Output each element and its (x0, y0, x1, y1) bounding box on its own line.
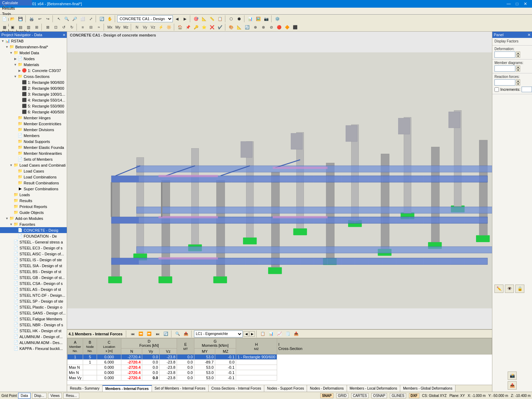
undo-btn[interactable]: ↩ (36, 15, 43, 23)
nav-prev-btn[interactable]: ◀ (173, 15, 181, 23)
zoom-in-btn[interactable]: 🔍 (63, 15, 71, 23)
snap-osnap[interactable]: OSNAP (371, 393, 387, 398)
tree-item-steelcsa[interactable]: 📄STEEL CSA - Design of s (0, 280, 67, 286)
tb2-10[interactable]: ≡ (79, 23, 87, 31)
snap-glines[interactable]: GLINES (390, 393, 406, 398)
deformation-input[interactable] (494, 51, 515, 58)
tree-item-memberelastic[interactable]: 📁Member Elastic Founda (0, 144, 67, 150)
table-row[interactable]: 150.000-2720.40.0-23.80.053.0-0.11 - Rec… (67, 354, 492, 360)
tb2-9[interactable]: ↻ (68, 23, 75, 31)
tab-6[interactable]: Members - Local Deformations (347, 385, 401, 392)
nav-next-btn[interactable]: ▶ (181, 15, 189, 23)
tree-item-steelnbr[interactable]: 📄STEEL NBR - Design of s (0, 322, 67, 328)
tree-item-loads[interactable]: 📁Loads (0, 192, 67, 198)
tree-item-addonmodules[interactable]: ▼📁Add-on Modules (0, 215, 67, 221)
tb2-12[interactable]: ≈ (95, 23, 103, 31)
tree-item-concretedesign[interactable]: 📄CONCRETE - Desig (0, 227, 67, 233)
tree-item-steelgeneral[interactable]: 📄STEEL - General stress a (0, 239, 67, 245)
tb2-29[interactable]: 🔄 (243, 23, 251, 31)
snap-dxf[interactable]: DXF (409, 393, 419, 398)
menu-item-calculate[interactable]: Calculate (0, 0, 32, 6)
tb2-27[interactable]: 🎨 (227, 23, 235, 31)
snap-grid[interactable]: GRID (336, 393, 348, 398)
tree-item-rect6[interactable]: ⬛6: Rectangle 400/500 (0, 109, 67, 115)
tree-item-steelhk[interactable]: 📄STEEL HK - Design of st (0, 328, 67, 334)
tree-item-memberhinges[interactable]: 📁Member Hinges (0, 115, 67, 121)
table-row[interactable]: Max Vy0.000-2720.40.0-23.80.053.0-0.1 (67, 375, 492, 381)
tree-item-steelsp[interactable]: 📄STEEL SP - Design of ste (0, 298, 67, 304)
table-icon1[interactable]: 📋 (259, 330, 267, 338)
redo-btn[interactable]: ↪ (44, 15, 51, 23)
panel-lock-btn[interactable]: 🔒 (515, 285, 524, 293)
save-btn[interactable]: 💾 (17, 15, 24, 23)
table-row[interactable]: 16.000-2720.40.0-23.80.0-89.70.0 (67, 360, 492, 365)
tb2-18[interactable]: Vz (149, 23, 157, 31)
deformation-spin-down[interactable]: ▼ (516, 55, 520, 58)
tree-item-modeldata[interactable]: ▼📁Model Data (0, 50, 67, 56)
tree-item-rect3[interactable]: ⬛3: Rectangle 1000/1... (0, 91, 67, 97)
tree-item-foundationdesign[interactable]: 📄FOUNDATION - De (0, 233, 67, 239)
tb2-28[interactable]: 📐 (235, 23, 243, 31)
render-btn[interactable]: 🖼️ (255, 15, 262, 23)
menu-item-results[interactable]: Results (0, 6, 32, 11)
zoom-window-btn[interactable]: ⬜ (79, 15, 87, 23)
tree-item-aluminum[interactable]: 📄ALUMINUM - Design of... (0, 334, 67, 340)
tree-item-steelec3[interactable]: 📄STEEL EC3 - Design of s (0, 245, 67, 251)
table-next-btn[interactable]: ⏩ (145, 330, 153, 338)
zoom-all-btn[interactable]: ⤢ (87, 15, 95, 23)
tree-item-supercombinations[interactable]: ▶Super Combinations (0, 186, 67, 192)
tree-item-memberdivisions[interactable]: 📁Member Divisions (0, 127, 67, 133)
tb2-33[interactable]: 🔴 (275, 23, 283, 31)
table-icon2[interactable]: 📊 (267, 330, 275, 338)
table-export-btn[interactable]: 📤 (182, 330, 190, 338)
tb2-16[interactable]: N (133, 23, 141, 31)
table-refresh-btn[interactable]: 🔄 (162, 330, 170, 338)
tb2-11[interactable]: ⊟ (87, 23, 95, 31)
lc-combo[interactable]: LC1 - Eigengewichte (194, 330, 243, 337)
table-icon5[interactable]: 📥 (292, 330, 300, 338)
settings-btn[interactable]: ⚙️ (274, 15, 281, 23)
rf-spin-up[interactable]: ▲ (516, 79, 520, 82)
tree-item-rect5[interactable]: ⬛5: Rectangle 550/900 (0, 103, 67, 109)
print-btn[interactable]: 🖨️ (28, 15, 35, 23)
tab-4[interactable]: Nodes - Support Forces (264, 385, 307, 392)
tree-item-crosssections[interactable]: ▼📁Cross-Sections (0, 73, 67, 79)
tree-item-steelgb[interactable]: 📄STEEL GB - Design of st... (0, 274, 67, 280)
xy-view-btn[interactable]: 📐 (200, 15, 208, 23)
table-icon3[interactable]: 📈 (276, 330, 283, 338)
tb2-6[interactable]: ⊠ (44, 23, 51, 31)
tree-item-setsofmembers[interactable]: 📄Sets of Members (0, 156, 67, 162)
tb2-26[interactable]: ✔️ (216, 23, 224, 31)
tab-7[interactable]: Members - Global Deformations (400, 385, 456, 392)
tree-item-steelsans[interactable]: 📄STEEL SANS - Design of... (0, 310, 67, 316)
tb2-30[interactable]: ⊕ (251, 23, 259, 31)
tree-item-steelas[interactable]: 📄STEEL AS - Design of st (0, 286, 67, 292)
table-filter-btn[interactable]: 🔍 (174, 330, 182, 338)
increments-checkbox[interactable] (494, 87, 499, 92)
tb2-21[interactable]: 🏠 (176, 23, 184, 31)
tb2-3[interactable]: ▤ (17, 23, 24, 31)
data-tab-btn[interactable]: Data (18, 393, 30, 399)
lc-next[interactable]: ▶ (249, 331, 255, 337)
tree-item-printoutreports[interactable]: 📁Printout Reports (0, 204, 67, 209)
tree-item-steelsia[interactable]: 📄STEEL SIA - Design of st (0, 263, 67, 269)
minimize-button[interactable]: — (505, 0, 513, 8)
tb2-31[interactable]: ⊗ (259, 23, 267, 31)
table-prev-btn[interactable]: ⏪ (137, 330, 145, 338)
table-wrapper[interactable]: AMemberNo. BNodeNo. CLocationx [m] DForc… (67, 338, 492, 385)
resu-tab-btn[interactable]: Resu... (63, 393, 79, 399)
tree-item-loadcases[interactable]: 📁Load Cases (0, 168, 67, 174)
tab-0[interactable]: Results - Summary (67, 385, 103, 392)
md-spin-down[interactable]: ▼ (516, 69, 520, 72)
tree-item-steelfatigue[interactable]: 📄STEEL Fatigue Members (0, 316, 67, 322)
deformation-spin-up[interactable]: ▲ (516, 51, 520, 55)
panel-camera-btn[interactable]: 📸 (508, 372, 517, 380)
tree-item-nodes[interactable]: ▶📄Nodes (0, 56, 67, 62)
new-btn[interactable]: 📄 (1, 15, 8, 23)
views-tab-btn[interactable]: Views (48, 393, 62, 399)
tb2-13[interactable]: Mx (106, 23, 114, 31)
tb2-15[interactable]: Mz (122, 23, 130, 31)
tb2-32[interactable]: ⊘ (267, 23, 275, 31)
tree-item-materials[interactable]: ▼📁Materials (0, 62, 67, 67)
view-3d[interactable]: CONCRETE CA1 - Design of concrete member… (67, 32, 492, 329)
